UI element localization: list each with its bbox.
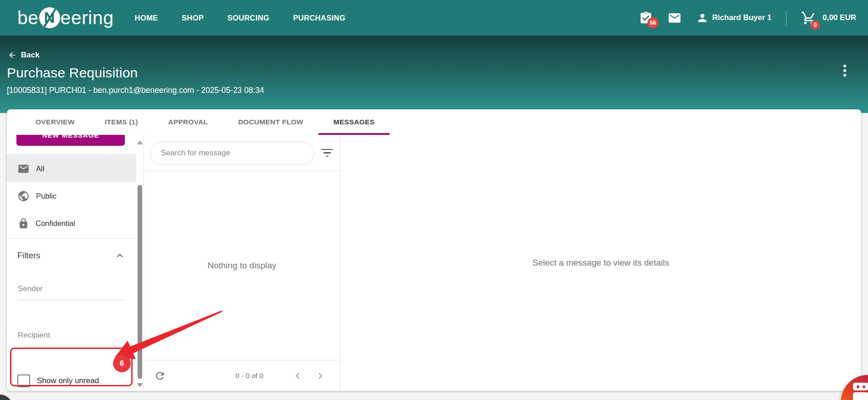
folder-label: All <box>36 164 44 173</box>
back-label: Back <box>21 51 40 60</box>
back-button[interactable]: Back <box>8 51 49 60</box>
unread-checkbox[interactable] <box>17 374 30 387</box>
pagination-bar: 0 - 0 of 0 <box>144 360 340 391</box>
sender-filter-input[interactable] <box>17 281 125 300</box>
recipient-filter-input[interactable] <box>17 327 125 347</box>
app-header: be N eering HOME SHOP SOURCING PURCHASIN… <box>0 0 868 36</box>
chevron-left-icon <box>292 370 303 382</box>
scroll-down-icon[interactable] <box>137 383 143 387</box>
logo-text-post: eering <box>61 7 114 29</box>
user-icon <box>696 12 709 24</box>
messages-content: NEW MESSAGE All Public Confidential Filt… <box>7 135 861 391</box>
tab-document-flow[interactable]: DOCUMENT FLOW <box>223 109 318 135</box>
folder-label: Confidential <box>36 219 75 228</box>
tasks-count-badge: 56 <box>647 17 658 28</box>
message-list-panel: Nothing to display 0 - 0 of 0 <box>144 135 340 391</box>
user-menu[interactable]: Richard Buyer 1 <box>696 12 771 24</box>
mail-icon <box>668 11 682 25</box>
header-actions: 56 Richard Buyer 1 0 0,00 EUR <box>639 10 856 26</box>
filters-divider <box>7 238 136 239</box>
folder-confidential[interactable]: Confidential <box>7 210 136 237</box>
message-list-empty-text: Nothing to display <box>144 171 340 360</box>
message-search-row <box>144 135 340 171</box>
tab-overview[interactable]: OVERVIEW <box>21 109 90 135</box>
page-subtitle: [10005831] PURCH01 - ben.purch1@beneerin… <box>7 86 868 95</box>
nav-sourcing[interactable]: SOURCING <box>227 14 269 22</box>
tab-items[interactable]: ITEMS (1) <box>90 109 153 135</box>
new-message-button[interactable]: NEW MESSAGE <box>16 135 125 146</box>
filters-title: Filters <box>17 251 40 261</box>
message-search-input[interactable] <box>150 142 314 164</box>
robot-icon <box>853 383 868 400</box>
folder-label: Public <box>36 192 56 200</box>
chevron-up-icon[interactable] <box>114 250 126 262</box>
purchase-requisition-page: { "header": { "logo_pre": "be", "logo_n"… <box>0 0 868 400</box>
globe-icon <box>17 190 30 202</box>
messages-button[interactable] <box>668 11 682 25</box>
nav-home[interactable]: HOME <box>135 14 158 22</box>
nav-shop[interactable]: SHOP <box>182 14 204 22</box>
tab-approval[interactable]: APPROVAL <box>153 109 223 135</box>
message-detail-panel: Select a message to view its details <box>340 135 861 391</box>
annotation-step-badge: 6 <box>113 354 131 372</box>
folder-all[interactable]: All <box>7 155 136 182</box>
cart-count-badge: 0 <box>811 21 820 30</box>
main-panel: OVERVIEW ITEMS (1) APPROVAL DOCUMENT FLO… <box>7 109 861 391</box>
beneering-logo[interactable]: be N eering <box>17 7 114 29</box>
logo-n-icon: N <box>39 7 60 28</box>
tasks-button[interactable]: 56 <box>639 11 653 25</box>
tab-bar: OVERVIEW ITEMS (1) APPROVAL DOCUMENT FLO… <box>7 109 861 135</box>
cart-total: 0,00 EUR <box>822 13 856 22</box>
folder-public[interactable]: Public <box>7 182 136 210</box>
filters-header[interactable]: Filters <box>7 250 136 262</box>
scrollbar-thumb[interactable] <box>138 185 142 379</box>
lock-icon <box>18 218 29 229</box>
chevron-right-icon <box>314 370 326 382</box>
show-only-unread-row[interactable]: Show only unread <box>17 372 136 390</box>
more-options-button[interactable] <box>842 63 848 78</box>
corner-widget-button[interactable] <box>0 395 13 400</box>
refresh-button[interactable] <box>154 370 166 382</box>
header-divider <box>786 10 786 26</box>
previous-page-button[interactable] <box>292 370 303 382</box>
next-page-button[interactable] <box>314 370 326 382</box>
page-title: Purchase Requisition <box>7 65 868 81</box>
refresh-icon <box>154 370 166 382</box>
back-arrow-icon <box>8 51 17 60</box>
mail-icon <box>17 163 30 175</box>
main-nav: HOME SHOP SOURCING PURCHASING <box>135 14 346 22</box>
tab-messages[interactable]: MESSAGES <box>318 109 390 135</box>
user-name: Richard Buyer 1 <box>712 13 771 22</box>
unread-label: Show only unread <box>37 376 99 385</box>
filter-list-icon[interactable] <box>321 148 334 159</box>
scroll-up-icon[interactable] <box>137 140 143 144</box>
detail-empty-text: Select a message to view its details <box>533 258 669 268</box>
page-banner: Back Purchase Requisition [10005831] PUR… <box>0 36 868 113</box>
cart-button[interactable]: 0 0,00 EUR <box>801 10 856 26</box>
messages-sidebar: NEW MESSAGE All Public Confidential Filt… <box>7 135 144 391</box>
logo-text-pre: be <box>17 7 39 29</box>
sidebar-scrollbar <box>136 135 144 391</box>
nav-purchasing[interactable]: PURCHASING <box>293 14 345 22</box>
pagination-range: 0 - 0 of 0 <box>236 372 263 380</box>
